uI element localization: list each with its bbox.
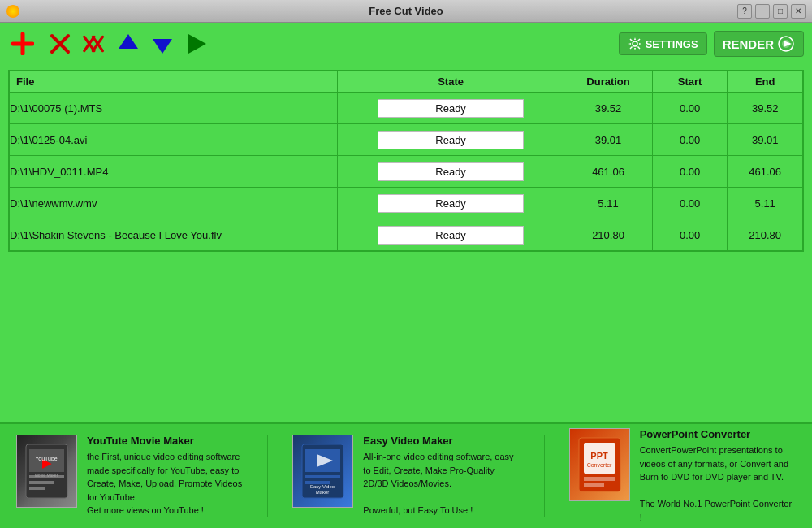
cell-end: 39.01 <box>728 124 803 156</box>
file-table-container: File State Duration Start End D:\1\00075… <box>8 70 804 252</box>
window-controls: ? − □ ✕ <box>737 4 806 19</box>
table-row[interactable]: D:\1\HDV_0011.MP4 Ready 461.06 0.00 461.… <box>10 156 803 188</box>
cell-duration: 39.52 <box>564 93 653 124</box>
svg-rect-35 <box>584 483 604 487</box>
col-header-duration: Duration <box>564 71 653 93</box>
table-row[interactable]: D:\1\newwmv.wmv Ready 5.11 0.00 5.11 <box>10 188 803 219</box>
svg-text:YouTube: YouTube <box>35 456 58 461</box>
promo-thumb-ppt: PPT Converter <box>569 428 630 501</box>
move-down-button[interactable] <box>148 29 177 58</box>
svg-rect-26 <box>305 475 340 478</box>
cell-duration: 210.80 <box>564 219 653 251</box>
promo-divider-1 <box>267 435 268 517</box>
table-row[interactable]: D:\1\00075 (1).MTS Ready 39.52 0.00 39.5… <box>10 93 803 124</box>
render-button[interactable]: RENDER <box>714 31 804 57</box>
cell-end: 210.80 <box>728 219 803 251</box>
svg-rect-19 <box>29 487 45 490</box>
promo-item-video: Easy Video Maker Easy Video Maker All-in… <box>292 435 519 517</box>
cell-end: 39.52 <box>728 93 803 124</box>
delete-button[interactable] <box>45 29 75 58</box>
cell-file: D:\1\newwmv.wmv <box>10 188 338 219</box>
play-button[interactable] <box>182 29 211 58</box>
cell-end: 5.11 <box>728 188 803 219</box>
cell-file: D:\1\00075 (1).MTS <box>10 93 338 124</box>
promo-thumb-youtube: ▶ YouTube Movie Maker <box>16 435 77 508</box>
cell-duration: 461.06 <box>564 156 653 188</box>
state-badge: Ready <box>378 194 524 213</box>
minimize-button[interactable]: − <box>755 4 770 19</box>
col-header-file: File <box>10 71 338 93</box>
promo-thumb-video: Easy Video Maker <box>292 435 353 508</box>
promo-desc-youtube: the First, unique video editing software… <box>87 450 243 517</box>
cell-state: Ready <box>337 188 564 219</box>
promo-text-ppt: PowerPoint Converter ConvertPowerPoint p… <box>640 428 796 524</box>
close-button[interactable]: ✕ <box>791 4 806 19</box>
state-badge: Ready <box>378 162 524 181</box>
cell-duration: 39.01 <box>564 124 653 156</box>
col-header-state: State <box>337 71 564 93</box>
cell-start: 0.00 <box>652 124 728 156</box>
svg-text:Converter: Converter <box>586 462 611 468</box>
promo-text-video: Easy Video Maker All-in-one video editin… <box>363 435 519 517</box>
state-badge: Ready <box>378 131 524 149</box>
render-label: RENDER <box>723 37 774 51</box>
promo-title-video: Easy Video Maker <box>363 435 519 447</box>
cell-state: Ready <box>337 93 564 124</box>
state-badge: Ready <box>378 99 524 118</box>
cell-state: Ready <box>337 124 564 156</box>
svg-text:Movie Maker: Movie Maker <box>35 473 58 478</box>
table-row[interactable]: D:\1\0125-04.avi Ready 39.01 0.00 39.01 <box>10 124 803 156</box>
help-button[interactable]: ? <box>737 4 752 19</box>
app-icon <box>6 5 19 18</box>
promo-title-youtube: YouTute Movie Maker <box>87 435 243 447</box>
table-row[interactable]: D:\1\Shakin Stevens - Because I Love You… <box>10 219 803 251</box>
svg-text:Maker: Maker <box>316 490 330 495</box>
promo-area: ▶ YouTube Movie Maker YouTute Movie Make… <box>0 422 812 528</box>
promo-item-ppt: PPT Converter PowerPoint Converter Conve… <box>569 428 796 524</box>
svg-marker-9 <box>153 39 172 54</box>
svg-text:PPT: PPT <box>590 451 608 461</box>
promo-desc-ppt: ConvertPowerPoint presentations to video… <box>640 444 796 524</box>
svg-marker-10 <box>188 34 206 54</box>
file-table: File State Duration Start End D:\1\00075… <box>9 71 803 251</box>
cell-start: 0.00 <box>652 219 728 251</box>
svg-text:Easy Video: Easy Video <box>310 484 335 489</box>
title-bar: Free Cut Video ? − □ ✕ <box>0 0 812 23</box>
move-up-button[interactable] <box>114 29 143 58</box>
toolbar: SETTINGS RENDER <box>0 23 812 65</box>
svg-rect-34 <box>584 477 615 481</box>
main-area: File State Duration Start End D:\1\00075… <box>0 65 812 422</box>
cell-duration: 5.11 <box>564 188 653 219</box>
window-title: Free Cut Video <box>369 5 443 17</box>
col-header-start: Start <box>652 71 728 93</box>
promo-item-youtube: ▶ YouTube Movie Maker YouTute Movie Make… <box>16 435 243 517</box>
svg-marker-8 <box>119 34 138 49</box>
maximize-button[interactable]: □ <box>773 4 788 19</box>
cell-state: Ready <box>337 156 564 188</box>
state-badge: Ready <box>378 226 524 245</box>
cell-end: 461.06 <box>728 156 803 188</box>
delete-all-button[interactable] <box>80 29 109 58</box>
cell-file: D:\1\0125-04.avi <box>10 124 338 156</box>
svg-rect-18 <box>29 481 54 484</box>
promo-title-ppt: PowerPoint Converter <box>640 428 796 440</box>
add-button[interactable] <box>8 29 37 58</box>
svg-point-11 <box>633 41 637 46</box>
cell-start: 0.00 <box>652 188 728 219</box>
cell-file: D:\1\HDV_0011.MP4 <box>10 156 338 188</box>
col-header-end: End <box>728 71 803 93</box>
promo-divider-2 <box>544 435 545 517</box>
cell-state: Ready <box>337 219 564 251</box>
cell-file: D:\1\Shakin Stevens - Because I Love You… <box>10 219 338 251</box>
settings-label: SETTINGS <box>646 38 698 50</box>
settings-button[interactable]: SETTINGS <box>619 32 707 55</box>
cell-start: 0.00 <box>652 156 728 188</box>
cell-start: 0.00 <box>652 93 728 124</box>
promo-desc-video: All-in-one video editing software, easy … <box>363 450 519 517</box>
promo-text-youtube: YouTute Movie Maker the First, unique vi… <box>87 435 243 517</box>
